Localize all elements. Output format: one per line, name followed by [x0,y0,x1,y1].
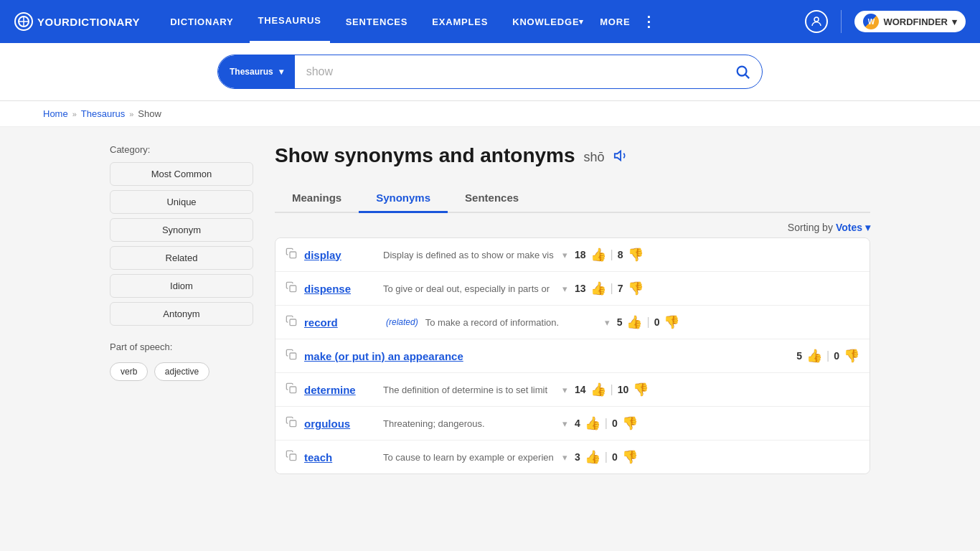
upvote-button[interactable]: 👍 [585,449,600,465]
vote-group: 14 👍 | 10 👎 [575,382,649,397]
expand-button[interactable]: ▾ [562,452,567,463]
breadcrumb-sep-2: » [129,110,133,118]
site-logo[interactable]: YOURDICTIONARY [14,12,140,31]
breadcrumb-home[interactable]: Home [43,108,68,119]
upvote-count: 5 [796,350,802,362]
synonym-tag: (related) [386,317,418,327]
downvote-button[interactable]: 👎 [844,348,859,364]
sort-chevron-icon: ▾ [865,222,870,233]
downvote-button[interactable]: 👎 [633,382,649,397]
wordfinder-chevron-icon: ▾ [952,17,957,27]
nav-more[interactable]: MORE ⋮ [600,14,656,29]
main-container: Category: Most Common Unique Synonym Rel… [95,127,885,491]
category-related[interactable]: Related [110,246,253,270]
copy-button[interactable] [286,349,297,363]
sort-row: Sorting by Votes ▾ [275,213,870,237]
breadcrumb: Home » Thesaurus » Show [0,101,980,127]
downvote-button[interactable]: 👎 [628,247,644,263]
pos-verb[interactable]: verb [110,362,148,381]
synonym-def: To give or deal out, especially in parts… [383,283,555,294]
search-input[interactable] [295,55,723,88]
synonym-word[interactable]: orgulous [304,418,376,430]
pronunciation: shō [584,150,605,165]
tab-synonyms[interactable]: Synonyms [359,184,448,213]
nav-knowledge[interactable]: KNOWLEDGE [504,0,593,43]
expand-button[interactable]: ▾ [605,317,610,328]
copy-button[interactable] [286,416,297,430]
nav-sentences[interactable]: SENTENCES [337,0,417,43]
sidebar: Category: Most Common Unique Synonym Rel… [110,144,253,474]
search-bar: Thesaurus ▾ [217,55,763,89]
upvote-button[interactable]: 👍 [590,247,606,263]
breadcrumb-sep-1: » [72,110,77,118]
synonym-def: To cause to learn by example or experien [383,452,555,463]
upvote-button[interactable]: 👍 [590,281,606,296]
synonym-word[interactable]: display [304,249,376,261]
expand-button[interactable]: ▾ [562,418,567,429]
search-icon [735,64,750,80]
sort-votes[interactable]: Votes ▾ [836,222,870,233]
synonym-def: Threatening; dangerous. [383,418,555,429]
category-idiom[interactable]: Idiom [110,274,253,298]
svg-rect-13 [290,454,296,461]
breadcrumb-thesaurus[interactable]: Thesaurus [81,108,125,119]
category-unique[interactable]: Unique [110,190,253,214]
page-title-row: Show synonyms and antonyms shō [275,144,870,170]
user-icon[interactable] [805,10,828,33]
sort-label: Sorting by [788,222,833,233]
sound-button[interactable] [613,148,629,167]
tabs: Meanings Synonyms Sentences [275,184,870,213]
pos-adjective[interactable]: adjective [154,362,209,381]
synonym-row: display Display is defined as to show or… [275,238,870,272]
category-most-common[interactable]: Most Common [110,162,253,186]
copy-button[interactable] [286,450,297,464]
synonym-row: orgulous Threatening; dangerous. ▾ 4 👍 |… [275,407,870,441]
more-dots-icon[interactable]: ⋮ [641,14,656,29]
expand-button[interactable]: ▾ [562,283,567,294]
upvote-count: 5 [617,316,623,328]
downvote-button[interactable]: 👎 [622,415,638,431]
svg-line-5 [745,75,749,78]
wordfinder-label: WORDFINDER [883,17,948,27]
downvote-button[interactable]: 👎 [622,449,638,465]
synonym-word[interactable]: determine [304,384,376,396]
nav-dictionary[interactable]: DICTIONARY [161,0,242,43]
category-synonym[interactable]: Synonym [110,218,253,242]
downvote-count: 0 [654,316,660,328]
copy-button[interactable] [286,281,297,296]
downvote-button[interactable]: 👎 [628,281,644,296]
search-section: Thesaurus ▾ [0,43,980,101]
synonym-word[interactable]: teach [304,451,376,463]
copy-button[interactable] [286,248,297,262]
tab-sentences[interactable]: Sentences [448,184,536,213]
svg-rect-7 [290,252,296,258]
synonym-word[interactable]: record [304,316,376,329]
synonym-word[interactable]: dispense [304,283,376,295]
synonym-row: determine The definition of determine is… [275,373,870,407]
sound-icon [613,148,629,164]
svg-rect-9 [290,319,296,326]
upvote-button[interactable]: 👍 [585,415,600,431]
breadcrumb-current: Show [138,108,161,119]
upvote-button[interactable]: 👍 [626,314,642,330]
nav-thesaurus[interactable]: THESAURUS [250,0,330,43]
svg-point-4 [738,67,747,76]
category-antonym[interactable]: Antonym [110,302,253,326]
synonym-def: The definition of determine is to set li… [383,385,555,395]
copy-button[interactable] [286,382,297,397]
nav-examples[interactable]: EXAMPLES [423,0,496,43]
synonym-word[interactable]: make (or put in) an appearance [304,350,463,362]
expand-button[interactable]: ▾ [562,250,567,260]
search-type-selector[interactable]: Thesaurus ▾ [218,55,295,88]
copy-button[interactable] [286,315,297,329]
upvote-button[interactable]: 👍 [590,382,606,397]
svg-rect-12 [290,420,296,427]
downvote-button[interactable]: 👎 [664,314,679,330]
wordfinder-button[interactable]: W WORDFINDER ▾ [854,11,966,32]
tab-meanings[interactable]: Meanings [275,184,359,213]
expand-button[interactable]: ▾ [562,385,567,395]
wordfinder-logo-icon: W [863,14,879,29]
vote-group: 5 👍 | 0 👎 [617,314,680,330]
search-button[interactable] [723,55,762,88]
upvote-button[interactable]: 👍 [806,348,822,364]
